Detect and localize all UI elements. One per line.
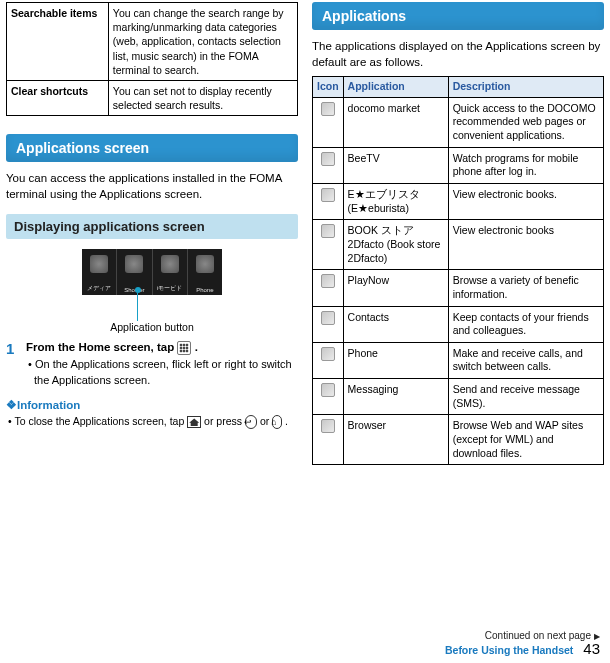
page-number: 43 xyxy=(583,640,600,657)
table-row: Phone Make and receive calls, and switch… xyxy=(313,342,604,378)
messaging-icon xyxy=(321,383,335,397)
eburista-icon xyxy=(321,188,335,202)
table-header-row: Icon Application Description xyxy=(313,77,604,98)
settings-row-label: Clear shortcuts xyxy=(7,80,109,115)
table-row: Searchable items You can change the sear… xyxy=(7,3,298,81)
bookstore-icon xyxy=(321,224,335,238)
apps-grid-icon xyxy=(177,341,191,355)
step-body: From the Home screen, tap . On the Appli… xyxy=(26,341,298,388)
app-icon-cell xyxy=(313,270,344,306)
info-text: To close the Applications screen, tap xyxy=(14,415,187,427)
table-row: Messaging Send and receive message (SMS)… xyxy=(313,379,604,415)
left-column: Searchable items You can change the sear… xyxy=(6,2,298,465)
browser-icon xyxy=(321,419,335,433)
app-desc: View electronic books. xyxy=(448,184,603,220)
app-desc: Make and receive calls, and switch betwe… xyxy=(448,342,603,378)
app-name: Messaging xyxy=(343,379,448,415)
table-row: PlayNow Browse a variety of benefic info… xyxy=(313,270,604,306)
table-row: Browser Browse Web and WAP sites (except… xyxy=(313,415,604,465)
app-name: Browser xyxy=(343,415,448,465)
illustration-wrap: メディア Shower iモービド Phone xyxy=(82,249,222,295)
step-1: 1 From the Home screen, tap . On the App… xyxy=(6,341,298,388)
playnow-icon xyxy=(321,274,335,288)
applications-intro: The applications displayed on the Applic… xyxy=(312,38,604,70)
section-displaying-heading: Displaying applications screen xyxy=(6,214,298,239)
app-icon-cell xyxy=(313,147,344,183)
app-desc: Keep contacts of your friends and collea… xyxy=(448,306,603,342)
section-applications-heading: Applications xyxy=(312,2,604,30)
app-name: docomo market xyxy=(343,97,448,147)
illus-cell: iモービド xyxy=(152,249,187,295)
phone-icon xyxy=(321,347,335,361)
table-row: docomo market Quick access to the DOCOMO… xyxy=(313,97,604,147)
app-name: PlayNow xyxy=(343,270,448,306)
step-title: From the Home screen, tap . xyxy=(26,341,298,355)
col-description: Description xyxy=(448,77,603,98)
illus-cell: Phone xyxy=(187,249,222,295)
table-row: BOOK ストア 2Dfacto (Book store 2Dfacto) Vi… xyxy=(313,220,604,270)
app-name: Contacts xyxy=(343,306,448,342)
home-icon xyxy=(187,416,201,428)
app-desc: View electronic books xyxy=(448,220,603,270)
right-column: Applications The applications displayed … xyxy=(312,2,604,465)
app-name: BeeTV xyxy=(343,147,448,183)
app-name: E★エブリスタ (E★eburista) xyxy=(343,184,448,220)
footer-section: Before Using the Handset xyxy=(445,644,573,656)
information-heading: ❖Information xyxy=(6,398,298,412)
table-row: Contacts Keep contacts of your friends a… xyxy=(313,306,604,342)
page-footer: Before Using the Handset 43 xyxy=(10,640,600,657)
app-desc: Send and receive message (SMS). xyxy=(448,379,603,415)
docomo-market-icon xyxy=(321,102,335,116)
section-applications-screen-heading: Applications screen xyxy=(6,134,298,162)
table-row: E★エブリスタ (E★eburista) View electronic boo… xyxy=(313,184,604,220)
app-name: Phone xyxy=(343,342,448,378)
settings-row-desc: You can change the search range by marki… xyxy=(108,3,297,81)
info-text: or press xyxy=(204,415,245,427)
app-icon-cell xyxy=(313,306,344,342)
col-application: Application xyxy=(343,77,448,98)
app-icon-cell xyxy=(313,220,344,270)
illus-cell: Shower xyxy=(116,249,151,295)
step-number: 1 xyxy=(6,341,20,388)
page-body: Searchable items You can change the sear… xyxy=(0,0,610,465)
settings-row-desc: You can set not to display recently sele… xyxy=(108,80,297,115)
app-icon-cell xyxy=(313,415,344,465)
info-text: . xyxy=(285,415,288,427)
app-desc: Watch programs for mobile phone after lo… xyxy=(448,147,603,183)
table-row: BeeTV Watch programs for mobile phone af… xyxy=(313,147,604,183)
app-icon-cell xyxy=(313,184,344,220)
app-desc: Browse a variety of benefic information. xyxy=(448,270,603,306)
app-icon-cell xyxy=(313,342,344,378)
app-bar-illustration: メディア Shower iモービド Phone xyxy=(82,249,222,295)
back-key-icon: ↩ xyxy=(245,415,257,429)
settings-row-label: Searchable items xyxy=(7,3,109,81)
step-title-after: . xyxy=(195,341,198,353)
callout-line xyxy=(137,293,138,321)
table-row: Clear shortcuts You can set not to displ… xyxy=(7,80,298,115)
step-sub: On the Applications screen, flick left o… xyxy=(26,357,298,388)
illus-cell: メディア xyxy=(82,249,116,295)
home-key-icon: ⌂ xyxy=(272,415,282,429)
step-title-text: From the Home screen, tap xyxy=(26,341,177,353)
contacts-icon xyxy=(321,311,335,325)
information-item: To close the Applications screen, tap or… xyxy=(6,414,298,429)
app-name: BOOK ストア 2Dfacto (Book store 2Dfacto) xyxy=(343,220,448,270)
applications-screen-intro: You can access the applications installe… xyxy=(6,170,298,202)
app-icon-cell xyxy=(313,97,344,147)
illustration-caption: Application button xyxy=(6,321,298,333)
settings-table: Searchable items You can change the sear… xyxy=(6,2,298,116)
beetv-icon xyxy=(321,152,335,166)
app-desc: Browse Web and WAP sites (except for WML… xyxy=(448,415,603,465)
app-desc: Quick access to the DOCOMO recommended w… xyxy=(448,97,603,147)
col-icon: Icon xyxy=(313,77,344,98)
applications-table: Icon Application Description docomo mark… xyxy=(312,76,604,465)
app-icon-cell xyxy=(313,379,344,415)
